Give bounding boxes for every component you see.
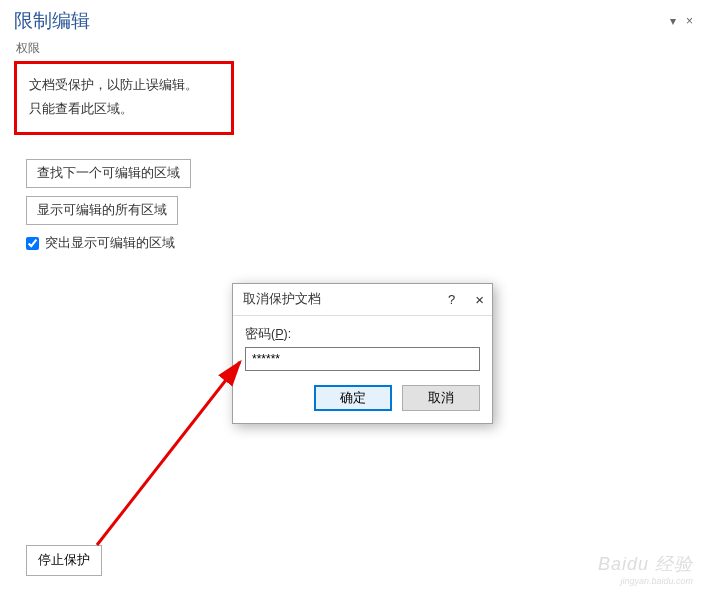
close-icon[interactable]: × — [475, 292, 484, 307]
dialog-body: 密码(P): 确定 取消 — [233, 316, 492, 423]
highlight-editable-label: 突出显示可编辑的区域 — [45, 235, 175, 252]
highlight-editable-checkbox-row[interactable]: 突出显示可编辑的区域 — [26, 235, 693, 252]
protection-text-line1: 文档受保护，以防止误编辑。 — [29, 74, 219, 98]
protection-text-line2: 只能查看此区域。 — [29, 98, 219, 122]
protection-message-box: 文档受保护，以防止误编辑。 只能查看此区域。 — [14, 61, 234, 135]
pane-controls: ▾ × — [670, 14, 693, 28]
stop-protection-button[interactable]: 停止保护 — [26, 545, 102, 576]
dialog-titlebar[interactable]: 取消保护文档 ? × — [233, 284, 492, 316]
watermark: Baidu 经验 jingyan.baidu.com — [598, 552, 693, 586]
permissions-label: 权限 — [16, 40, 691, 57]
password-label: 密码(P): — [245, 326, 480, 343]
pane-title: 限制编辑 — [14, 8, 90, 34]
highlight-editable-checkbox[interactable] — [26, 237, 39, 250]
show-all-editable-button[interactable]: 显示可编辑的所有区域 — [26, 196, 178, 225]
find-next-editable-button[interactable]: 查找下一个可编辑的区域 — [26, 159, 191, 188]
dialog-title: 取消保护文档 — [243, 291, 321, 308]
help-icon[interactable]: ? — [448, 292, 455, 307]
ok-button[interactable]: 确定 — [314, 385, 392, 411]
unprotect-document-dialog: 取消保护文档 ? × 密码(P): 确定 取消 — [232, 283, 493, 424]
dialog-buttons: 确定 取消 — [245, 385, 480, 411]
pane-close-icon[interactable]: × — [686, 14, 693, 28]
password-input[interactable] — [245, 347, 480, 371]
pane-header: 限制编辑 ▾ × — [14, 8, 693, 34]
pane-dropdown-icon[interactable]: ▾ — [670, 14, 676, 28]
cancel-button[interactable]: 取消 — [402, 385, 480, 411]
